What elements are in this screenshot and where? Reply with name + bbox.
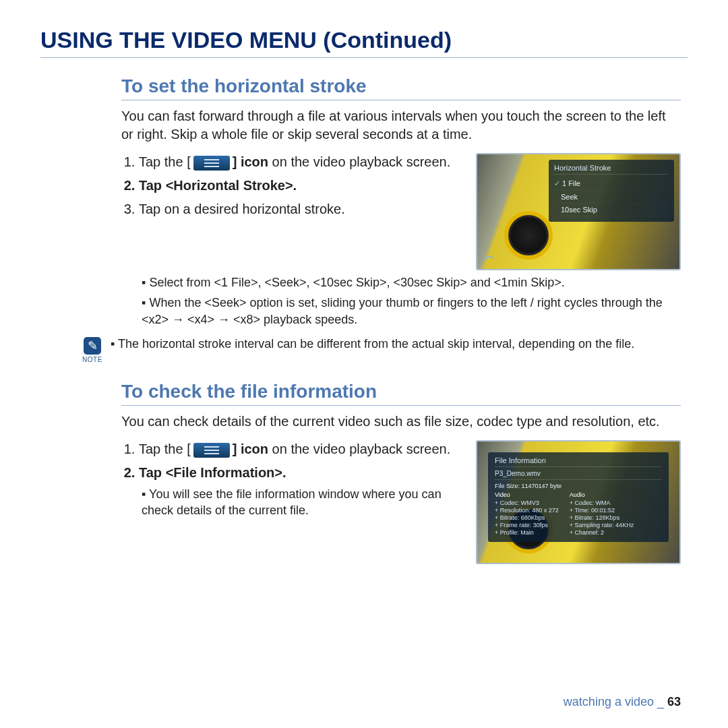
screenshot-file-info: File Information P3_Demo.wmv File Size: … [476, 440, 681, 564]
screenshot-horizontal-stroke: Horizontal Stroke 1 File Seek 10sec Skip… [476, 153, 681, 270]
section2-sub1: You will see the file information window… [142, 486, 462, 519]
step2-part-c: . [293, 178, 297, 193]
audio-head: Audio [570, 491, 634, 498]
s2-step1-a: Tap the [ [139, 442, 191, 456]
s2-step2-a: Tap [139, 465, 166, 480]
section1-intro: You can fast forward through a file at v… [121, 107, 681, 144]
v-codec: + Codec: WMV3 [495, 499, 559, 506]
menu-option-seek[interactable]: Seek [554, 191, 669, 204]
page-footer: watching a video _ 63 [564, 695, 681, 709]
section2-step2: Tap <File Information>. You will see the… [139, 464, 462, 519]
section2-steps: Tap the [] icon on the video playback sc… [121, 440, 462, 519]
section1-note: The horizontal stroke interval can be di… [111, 337, 634, 351]
a-codec: + Codec: WMA [570, 499, 634, 506]
note-icon: ✎ NOTE [81, 337, 104, 363]
menu-icon [193, 156, 230, 171]
v-res: + Resolution: 480 x 272 [495, 507, 559, 514]
menu-option-1file[interactable]: 1 File [554, 177, 669, 191]
step1-part-c: on the video playback screen. [268, 154, 450, 169]
section1-heading: To set the horizontal stroke [121, 75, 681, 100]
section1-substeps: Select from <1 File>, <Seek>, <10sec Ski… [139, 274, 681, 328]
file-info-panel: File Information P3_Demo.wmv File Size: … [488, 452, 669, 542]
section2-intro: You can check details of the current vid… [121, 413, 681, 431]
section2-heading: To check the file information [121, 381, 681, 406]
file-size: File Size: 11470147 byte [495, 483, 662, 489]
horizontal-stroke-menu: Horizontal Stroke 1 File Seek 10sec Skip [549, 160, 674, 222]
file-info-title: File Information [495, 456, 662, 467]
menu-title: Horizontal Stroke [554, 164, 669, 175]
step3-text: Tap on a desired horizontal stroke. [139, 202, 345, 216]
step1-part-a: Tap the [ [139, 154, 191, 169]
footer-section: watching a video _ [564, 695, 667, 708]
a-channel: + Channel: 2 [570, 529, 634, 536]
menu-icon [193, 443, 230, 458]
page-title: USING THE VIDEO MENU (Continued) [40, 27, 688, 58]
a-sample: + Sampling rate: 44KHz [570, 522, 634, 528]
section1-sub1: Select from <1 File>, <Seek>, <10sec Ski… [142, 274, 681, 291]
back-arrow-icon[interactable]: ⤺ [484, 250, 494, 265]
s2-step1-b: ] icon [233, 442, 268, 456]
v-bitrate: + Bitrate: 680Kbps [495, 514, 559, 521]
v-profile: + Profile: Main [495, 529, 559, 536]
s2-step1-c: on the video playback screen. [268, 442, 450, 456]
section1-steps: Tap the [] icon on the video playback sc… [121, 153, 462, 218]
note-label: NOTE [81, 356, 104, 363]
step1-part-b: ] icon [233, 154, 268, 169]
section1-step1: Tap the [] icon on the video playback sc… [139, 153, 462, 171]
menu-option-10sec[interactable]: 10sec Skip [554, 204, 669, 216]
file-info-name: P3_Demo.wmv [495, 470, 662, 480]
section1-step2: Tap <Horizontal Stroke>. [139, 177, 462, 195]
note-row: ✎ NOTE The horizontal stroke interval ca… [81, 337, 647, 363]
section1-sub2: When the <Seek> option is set, sliding y… [142, 295, 681, 328]
s2-step2-b: <File Information> [166, 465, 282, 480]
section1-step3: Tap on a desired horizontal stroke. [139, 200, 462, 218]
s2-step2-c: . [282, 465, 286, 480]
section2-step1: Tap the [] icon on the video playback sc… [139, 440, 462, 458]
a-bitrate: + Bitrate: 128Kbps [570, 514, 634, 521]
footer-page-number: 63 [667, 695, 681, 708]
a-time: + Time: 00:01:52 [570, 507, 634, 514]
v-fps: + Frame rate: 30fps [495, 522, 559, 528]
step2-part-a: Tap [139, 178, 166, 193]
video-head: Video [495, 491, 559, 498]
step2-part-b: <Horizontal Stroke> [166, 178, 293, 193]
